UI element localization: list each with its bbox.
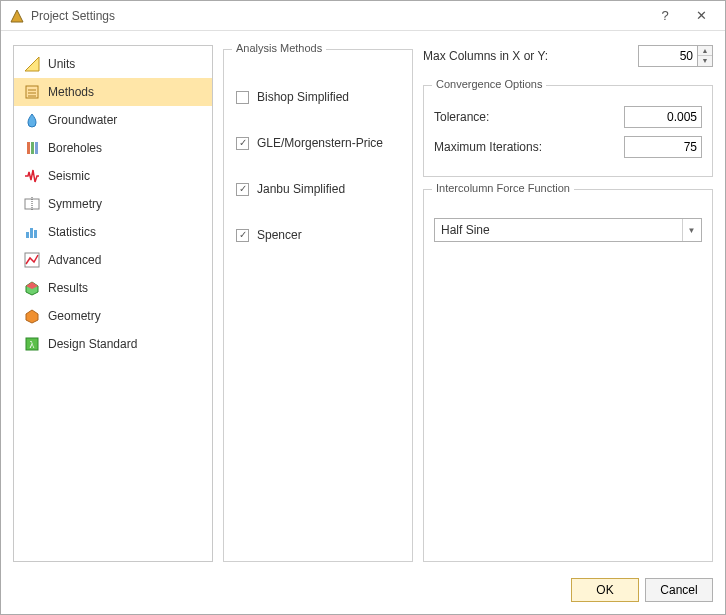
analysis-methods-column: Analysis Methods Bishop SimplifiedGLE/Mo… [223, 45, 413, 562]
svg-rect-12 [30, 228, 33, 238]
max-columns-spin-buttons[interactable]: ▲▼ [698, 45, 713, 67]
method-checkbox[interactable] [236, 229, 249, 242]
sidebar-item-label: Design Standard [48, 337, 137, 351]
max-columns-spinner[interactable]: ▲▼ [638, 45, 713, 67]
sidebar-item-label: Geometry [48, 309, 101, 323]
app-icon [9, 8, 25, 24]
max-iter-input[interactable] [624, 136, 702, 158]
max-columns-input[interactable] [638, 45, 698, 67]
analysis-methods-group: Analysis Methods Bishop SimplifiedGLE/Mo… [223, 49, 413, 562]
sidebar-item-symmetry[interactable]: Symmetry [14, 190, 212, 218]
method-row-janbu-simplified: Janbu Simplified [236, 182, 402, 196]
method-label: Bishop Simplified [257, 90, 349, 104]
geometry-icon [24, 308, 40, 324]
sidebar-item-seismic[interactable]: Seismic [14, 162, 212, 190]
advanced-icon [24, 252, 40, 268]
close-button[interactable]: ✕ [683, 3, 719, 29]
svg-rect-7 [31, 142, 34, 154]
sidebar-item-label: Units [48, 57, 75, 71]
sidebar-item-methods[interactable]: Methods [14, 78, 212, 106]
sidebar-item-label: Seismic [48, 169, 90, 183]
sidebar-item-label: Methods [48, 85, 94, 99]
method-checkbox[interactable] [236, 183, 249, 196]
sidebar-item-units[interactable]: Units [14, 50, 212, 78]
svg-text:λ: λ [30, 339, 35, 350]
titlebar: Project Settings ? ✕ [1, 1, 725, 31]
help-button[interactable]: ? [647, 3, 683, 29]
sidebar-item-label: Results [48, 281, 88, 295]
svg-rect-8 [35, 142, 38, 154]
right-pane: Analysis Methods Bishop SimplifiedGLE/Mo… [223, 45, 713, 562]
method-checkbox[interactable] [236, 137, 249, 150]
ok-button[interactable]: OK [571, 578, 639, 602]
max-iter-label: Maximum Iterations: [434, 140, 618, 154]
sidebar-item-results[interactable]: Results [14, 274, 212, 302]
dialog-footer: OK Cancel [1, 570, 725, 614]
units-icon [24, 56, 40, 72]
svg-rect-11 [26, 232, 29, 238]
tolerance-input[interactable] [624, 106, 702, 128]
sidebar-item-boreholes[interactable]: Boreholes [14, 134, 212, 162]
sidebar-item-label: Boreholes [48, 141, 102, 155]
tolerance-label: Tolerance: [434, 110, 618, 124]
sidebar-item-advanced[interactable]: Advanced [14, 246, 212, 274]
results-icon [24, 280, 40, 296]
method-row-bishop-simplified: Bishop Simplified [236, 90, 402, 104]
sidebar-item-geometry[interactable]: Geometry [14, 302, 212, 330]
method-checkbox[interactable] [236, 91, 249, 104]
seismic-icon [24, 168, 40, 184]
convergence-legend: Convergence Options [432, 78, 546, 90]
window-title: Project Settings [31, 9, 647, 23]
svg-marker-17 [26, 310, 38, 323]
chevron-down-icon: ▼ [682, 219, 700, 241]
max-iter-row: Maximum Iterations: [434, 136, 702, 158]
project-settings-window: Project Settings ? ✕ UnitsMethodsGroundw… [0, 0, 726, 615]
method-row-gle-morgenstern-price: GLE/Morgenstern-Price [236, 136, 402, 150]
sidebar-item-groundwater[interactable]: Groundwater [14, 106, 212, 134]
sidebar-item-statistics[interactable]: Statistics [14, 218, 212, 246]
options-column: Max Columns in X or Y: ▲▼ Convergence Op… [423, 45, 713, 562]
intercolumn-dropdown[interactable]: Half Sine ▼ [434, 218, 702, 242]
svg-rect-6 [27, 142, 30, 154]
max-columns-label: Max Columns in X or Y: [423, 49, 632, 63]
methods-icon [24, 84, 40, 100]
dialog-body: UnitsMethodsGroundwaterBoreholesSeismicS… [1, 31, 725, 570]
sidebar-item-design-standard[interactable]: λDesign Standard [14, 330, 212, 358]
tolerance-row: Tolerance: [434, 106, 702, 128]
boreholes-icon [24, 140, 40, 156]
method-label: Spencer [257, 228, 302, 242]
convergence-options-group: Convergence Options Tolerance: Maximum I… [423, 85, 713, 177]
sidebar-item-label: Symmetry [48, 197, 102, 211]
symmetry-icon [24, 196, 40, 212]
analysis-methods-legend: Analysis Methods [232, 42, 326, 54]
intercolumn-force-group: Intercolumn Force Function Half Sine ▼ [423, 189, 713, 562]
groundwater-icon [24, 112, 40, 128]
svg-marker-0 [11, 10, 23, 22]
method-label: Janbu Simplified [257, 182, 345, 196]
sidebar-item-label: Statistics [48, 225, 96, 239]
statistics-icon [24, 224, 40, 240]
method-row-spencer: Spencer [236, 228, 402, 242]
sidebar-item-label: Advanced [48, 253, 101, 267]
sidebar-item-label: Groundwater [48, 113, 117, 127]
method-label: GLE/Morgenstern-Price [257, 136, 383, 150]
design-standard-icon: λ [24, 336, 40, 352]
intercolumn-selected: Half Sine [441, 223, 682, 237]
svg-rect-13 [34, 230, 37, 238]
sidebar: UnitsMethodsGroundwaterBoreholesSeismicS… [13, 45, 213, 562]
max-columns-row: Max Columns in X or Y: ▲▼ [423, 45, 713, 67]
svg-marker-1 [25, 57, 39, 71]
cancel-button[interactable]: Cancel [645, 578, 713, 602]
intercolumn-legend: Intercolumn Force Function [432, 182, 574, 194]
